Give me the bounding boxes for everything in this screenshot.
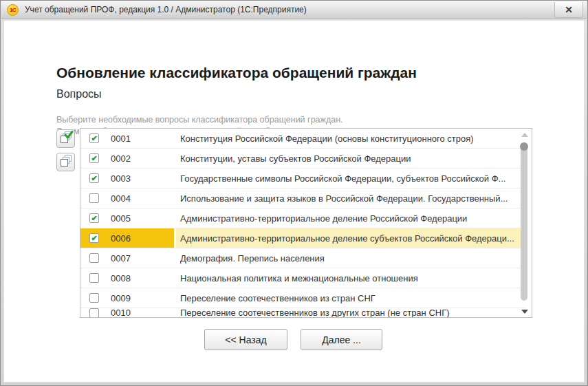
row-checkbox[interactable]: [89, 273, 99, 283]
table-row[interactable]: ✔ 0003 Государственные символы Российско…: [80, 169, 525, 189]
row-code-cell: 0007: [80, 248, 174, 268]
row-label-cell: Государственные символы Российской Федер…: [176, 169, 525, 188]
rows-container: ✔ 0001 Конституция Российской Федерации …: [80, 129, 525, 317]
row-label-cell: Использование и защита языков в Российск…: [176, 189, 525, 208]
page-title: Обновление классификатора обращений граж…: [56, 65, 417, 81]
app-window: 1С Учет обращений ПРОФ, редакция 1.0 / А…: [0, 0, 588, 386]
row-code: 0003: [111, 173, 131, 184]
vertical-scrollbar[interactable]: [520, 129, 530, 317]
row-checkbox[interactable]: ✔: [89, 133, 99, 143]
row-checkbox[interactable]: [89, 193, 99, 203]
window-title: Учет обращений ПРОФ, редакция 1.0 / Адми…: [25, 5, 307, 14]
row-code-cell: 0004: [80, 189, 174, 208]
uncheck-all-button[interactable]: [56, 153, 75, 171]
row-label: Переселение соотечественников из других …: [180, 308, 450, 317]
table-row[interactable]: 0010 Переселение соотечественников из др…: [80, 308, 525, 317]
table-row[interactable]: 0009 Переселение соотечественников из ст…: [80, 288, 525, 308]
row-code-cell: ✔ 0002: [80, 149, 174, 168]
row-label: Национальная политика и межнациональные …: [180, 273, 418, 283]
row-code-cell: ✔ 0006: [80, 228, 174, 248]
row-code: 0008: [111, 273, 131, 283]
row-code: 0001: [111, 133, 131, 144]
row-label-cell: Национальная политика и межнациональные …: [176, 268, 525, 288]
row-checkbox[interactable]: ✔: [89, 153, 99, 163]
row-label-cell: Переселение соотечественников из других …: [176, 308, 525, 317]
1c-logo-icon: 1С: [7, 4, 19, 16]
row-label: Конституции, уставы субъектов Российской…: [180, 153, 411, 164]
next-button[interactable]: Далее ...: [301, 329, 382, 350]
row-label-cell: Конституция Российской Федерации (основы…: [176, 129, 525, 148]
row-label-cell: Переселение соотечественников из стран С…: [176, 288, 525, 308]
hint-line-1: Выберите необходимые вопросы классификат…: [56, 114, 343, 126]
row-label-cell: Демография. Перепись населения: [176, 248, 525, 268]
row-checkbox[interactable]: [89, 293, 99, 303]
row-code-cell: ✔ 0003: [80, 169, 174, 188]
row-checkbox[interactable]: [89, 253, 99, 263]
table-row[interactable]: ✔ 0005 Административно-территориальное д…: [80, 208, 525, 228]
close-button[interactable]: ✕: [554, 2, 583, 18]
row-label: Административно-территориальное деление …: [180, 233, 514, 244]
scroll-down-icon[interactable]: [521, 310, 528, 314]
row-code-cell: 0008: [80, 268, 174, 288]
close-icon: ✕: [565, 4, 573, 15]
row-checkbox[interactable]: ✔: [89, 173, 99, 183]
table-row[interactable]: 0004 Использование и защита языков в Рос…: [80, 189, 525, 208]
page-subtitle: Вопросы: [56, 88, 102, 100]
row-checkbox[interactable]: [89, 308, 99, 317]
table-row[interactable]: ✔ 0006 Административно-территориальное д…: [80, 228, 525, 248]
questions-list: ✔ 0001 Конституция Российской Федерации …: [80, 128, 532, 318]
row-label: Государственные символы Российской Федер…: [180, 173, 505, 184]
row-label-cell: Административно-территориальное деление …: [176, 208, 525, 228]
title-bar[interactable]: 1С Учет обращений ПРОФ, редакция 1.0 / А…: [1, 1, 587, 19]
row-label: Конституция Российской Федерации (основы…: [180, 133, 474, 144]
row-code: 0007: [111, 253, 131, 264]
row-checkbox[interactable]: ✔: [89, 233, 99, 243]
table-row[interactable]: 0008 Национальная политика и межнационал…: [80, 268, 525, 288]
row-code: 0006: [111, 233, 131, 244]
row-label-cell: Административно-территориальное деление …: [176, 228, 525, 248]
scrollbar-thumb-knob[interactable]: [520, 142, 528, 151]
table-row[interactable]: ✔ 0002 Конституции, уставы субъектов Рос…: [80, 149, 525, 169]
row-code: 0002: [111, 153, 131, 164]
row-label: Демография. Перепись населения: [180, 253, 325, 264]
row-code-cell: 0010: [80, 308, 174, 317]
row-code-cell: ✔ 0005: [80, 208, 174, 228]
table-row[interactable]: ✔ 0001 Конституция Российской Федерации …: [80, 129, 525, 149]
check-all-button[interactable]: [56, 129, 75, 148]
row-code-cell: 0009: [80, 288, 174, 308]
check-all-icon: [58, 130, 74, 148]
row-label: Переселение соотечественников из стран С…: [180, 293, 375, 303]
back-button[interactable]: << Назад: [204, 329, 287, 350]
uncheck-all-icon: [58, 153, 74, 171]
row-code: 0010: [111, 308, 131, 317]
row-label-cell: Конституции, уставы субъектов Российской…: [176, 149, 525, 168]
row-label: Использование и защита языков в Российск…: [180, 193, 508, 204]
row-checkbox[interactable]: ✔: [89, 213, 99, 223]
row-code: 0004: [111, 193, 131, 204]
row-code-cell: ✔ 0001: [80, 129, 174, 148]
table-row[interactable]: 0007 Демография. Перепись населения: [80, 248, 525, 268]
wizard-content: Обновление классификатора обращений граж…: [3, 20, 585, 383]
scroll-up-icon[interactable]: [521, 133, 528, 137]
row-label: Административно-территориальное деление …: [180, 213, 467, 224]
row-code: 0009: [111, 293, 131, 303]
row-code: 0005: [111, 213, 131, 224]
scrollbar-thumb[interactable]: [521, 142, 527, 301]
